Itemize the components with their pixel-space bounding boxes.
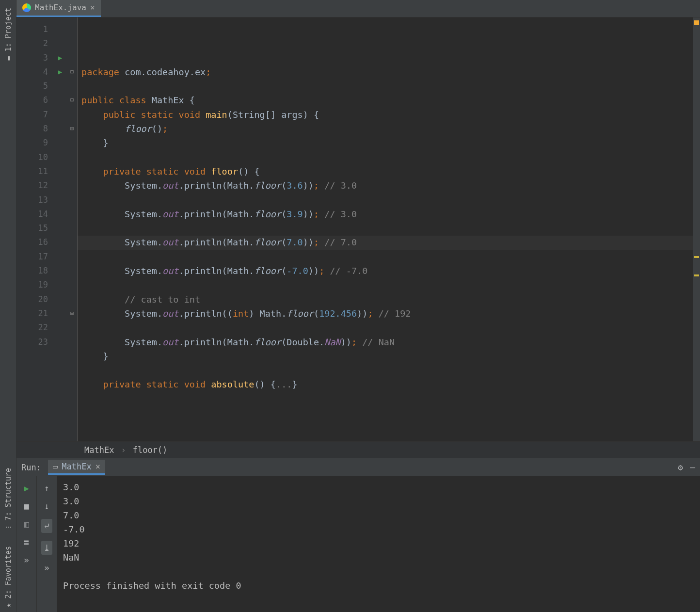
change-marker[interactable]: [694, 274, 699, 276]
tool-window-stripe: ▬ 1: Project ⋮ 7: Structure ★ 2: Favorit…: [0, 0, 16, 612]
tab-filename: MathEx.java: [35, 3, 86, 12]
fold-toggle[interactable]: ⊟: [67, 65, 77, 79]
close-run-tab-icon[interactable]: ×: [95, 462, 100, 471]
favorites-label: 2: Favorites: [4, 546, 13, 598]
breadcrumbs[interactable]: MathEx › floor(): [16, 441, 700, 458]
run-toolwindow: ▶ ■ ◧ ≣ » ↑ ↓ ⤶ ⤓ » 3.0 3.0 7.0 -7.0 192…: [16, 476, 700, 612]
more-button[interactable]: »: [44, 563, 49, 573]
line-number-gutter[interactable]: 1234567891011121314151617181920212223: [16, 17, 53, 441]
structure-label: 7: Structure: [4, 468, 13, 520]
project-label: 1: Project: [4, 8, 13, 51]
run-config-tab[interactable]: ▭ MathEx ×: [48, 460, 105, 475]
dump-button[interactable]: ◧: [24, 519, 29, 529]
run-config-name: MathEx: [62, 462, 91, 471]
run-line-icon[interactable]: ▶: [53, 51, 67, 65]
stop-button[interactable]: ■: [24, 501, 29, 511]
run-gutter[interactable]: ▶▶: [53, 17, 67, 441]
folder-icon: ▬: [4, 56, 12, 60]
minimize-icon[interactable]: —: [690, 462, 695, 472]
editor-tabs: MathEx.java ×: [16, 0, 700, 17]
favorites-toolwindow-button[interactable]: ★ 2: Favorites: [3, 543, 14, 612]
close-tab-icon[interactable]: ×: [90, 3, 95, 12]
run-actions-primary: ▶ ■ ◧ ≣ »: [16, 476, 37, 612]
gear-icon[interactable]: ⚙: [678, 462, 683, 472]
rerun-button[interactable]: ▶: [24, 483, 29, 493]
run-config-icon: ▭: [53, 462, 58, 471]
project-toolwindow-button[interactable]: ▬ 1: Project: [3, 5, 14, 65]
layout-button[interactable]: ≣: [24, 537, 29, 547]
structure-toolwindow-button[interactable]: ⋮ 7: Structure: [3, 465, 14, 534]
warning-marker[interactable]: [694, 20, 699, 25]
breadcrumb-class[interactable]: MathEx: [84, 445, 114, 455]
run-line-icon[interactable]: ▶: [53, 65, 67, 79]
run-label: Run:: [21, 463, 41, 472]
breadcrumb-method[interactable]: floor(): [133, 445, 168, 455]
fold-toggle[interactable]: ⊟: [67, 122, 77, 136]
run-toolwindow-header: Run: ▭ MathEx × ⚙ —: [16, 458, 700, 476]
structure-icon: ⋮: [4, 524, 12, 531]
java-class-icon: [22, 3, 31, 12]
change-marker[interactable]: [694, 256, 699, 258]
scroll-up-icon[interactable]: ↑: [44, 483, 49, 493]
run-actions-secondary: ↑ ↓ ⤶ ⤓ »: [37, 476, 57, 612]
more-button[interactable]: »: [24, 555, 29, 565]
error-stripe[interactable]: [693, 17, 700, 441]
console-output[interactable]: 3.0 3.0 7.0 -7.0 192 NaN Process finishe…: [57, 476, 700, 612]
fold-gutter[interactable]: ⊟⊟⊟⊟: [67, 17, 78, 441]
fold-toggle[interactable]: ⊟: [67, 93, 77, 107]
soft-wrap-button[interactable]: ⤶: [41, 519, 52, 533]
scroll-down-icon[interactable]: ↓: [44, 501, 49, 511]
star-icon: ★: [4, 603, 12, 607]
scroll-to-end-button[interactable]: ⤓: [41, 541, 52, 555]
editor-tab-mathex[interactable]: MathEx.java ×: [16, 0, 101, 17]
fold-toggle[interactable]: ⊟: [67, 306, 77, 321]
code-area[interactable]: package com.codeahoy.ex;public class Mat…: [78, 17, 693, 441]
chevron-right-icon: ›: [121, 445, 126, 455]
code-editor[interactable]: 1234567891011121314151617181920212223 ▶▶…: [16, 17, 700, 441]
